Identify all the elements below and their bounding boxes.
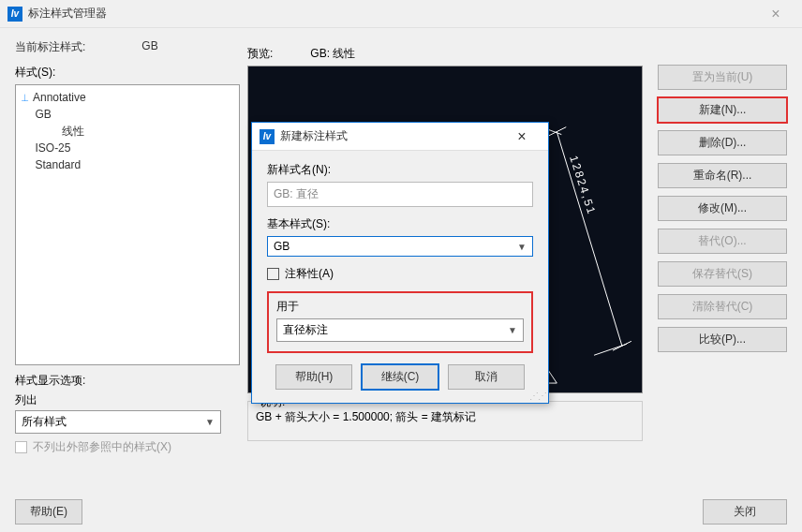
list-item-gb-linear[interactable]: 线性 [22,123,233,140]
used-for-label: 用于 [276,299,524,315]
delete-button[interactable]: 删除(D)... [658,130,787,155]
set-current-button: 置为当前(U) [658,65,787,90]
description-box: 说明: GB + 箭头大小 = 1.500000; 箭头 = 建筑标记 [247,401,643,441]
override-button: 替代(O)... [658,229,787,254]
modal-titlebar: Iv 新建标注样式 × [252,123,548,151]
rename-button[interactable]: 重命名(R)... [658,163,787,188]
svg-line-4 [594,344,627,355]
svg-line-1 [547,127,566,137]
chevron-down-icon: ▼ [517,242,527,252]
list-item-gb[interactable]: GB [22,106,233,123]
list-label: 列出 [15,392,240,408]
preview-name: GB: 线性 [310,46,355,62]
chevron-down-icon: ▼ [508,325,517,335]
new-name-label: 新样式名(N): [267,162,533,178]
xref-checkbox[interactable] [15,441,27,453]
xref-checkbox-label: 不列出外部参照中的样式(X) [33,439,171,455]
preview-label: 预览: [247,46,273,62]
annotative-icon: ⟂ [22,89,33,106]
description-text: GB + 箭头大小 = 1.500000; 箭头 = 建筑标记 [256,410,476,423]
main-titlebar: Iv 标注样式管理器 × [0,0,802,28]
list-item-annotative[interactable]: ⟂Annotative [22,89,233,106]
compare-button[interactable]: 比较(P)... [658,327,787,352]
app-icon: Iv [260,129,275,144]
window-title: 标注样式管理器 [28,6,757,22]
annotative-label: 注释性(A) [285,266,334,282]
used-for-group: 用于 直径标注 ▼ [267,291,533,353]
continue-button[interactable]: 继续(C) [362,364,438,390]
styles-list[interactable]: ⟂Annotative GB 线性 ISO-25 Standard [15,84,240,365]
modify-button[interactable]: 修改(M)... [658,196,787,221]
list-item-iso25[interactable]: ISO-25 [22,140,233,156]
modal-close-icon[interactable]: × [503,128,541,145]
clear-override-button: 清除替代(C) [658,294,787,319]
used-for-value: 直径标注 [283,322,328,338]
new-button[interactable]: 新建(N)... [658,97,787,123]
modal-help-button[interactable]: 帮助(H) [275,364,352,390]
base-style-select[interactable]: GB ▼ [267,236,533,257]
close-button[interactable]: 关闭 [703,499,787,525]
cancel-button[interactable]: 取消 [448,364,525,390]
annotative-checkbox[interactable] [267,268,279,280]
list-filter-select[interactable]: 所有样式 ▼ [15,410,221,434]
help-button[interactable]: 帮助(E) [15,499,82,525]
styles-label: 样式(S): [15,65,240,81]
modal-title: 新建标注样式 [280,128,503,144]
new-name-input[interactable]: GB: 直径 [267,182,533,207]
save-override-button: 保存替代(S) [658,261,787,287]
list-filter-value: 所有样式 [22,414,67,430]
list-item-standard[interactable]: Standard [22,156,233,173]
resize-grip-icon[interactable]: ⋰⋰ [529,391,546,401]
current-style-value: GB [141,39,157,55]
close-icon[interactable]: × [757,6,795,22]
base-style-value: GB [274,240,290,253]
used-for-select[interactable]: 直径标注 ▼ [276,318,524,342]
display-opts-label: 样式显示选项: [15,373,240,389]
svg-line-0 [557,132,622,347]
chevron-down-icon: ▼ [205,417,215,427]
app-icon: Iv [7,7,22,22]
new-style-dialog: Iv 新建标注样式 × 新样式名(N): GB: 直径 基本样式(S): GB … [251,122,549,404]
base-style-label: 基本样式(S): [267,216,533,232]
current-style-label: 当前标注样式: [15,39,85,55]
